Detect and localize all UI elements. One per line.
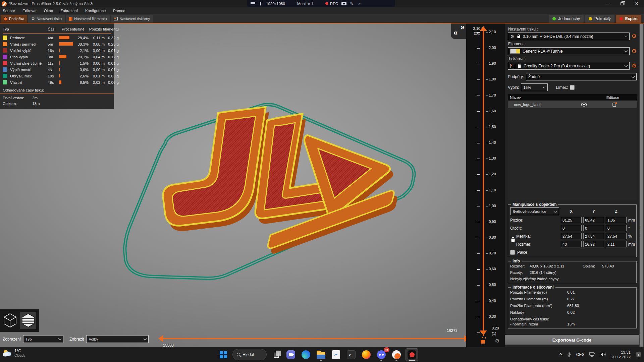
recorder-monitor[interactable]: Monitor 1: [297, 2, 313, 6]
x-value-field[interactable]: 40: [561, 241, 582, 247]
slider-left-handle[interactable]: [158, 335, 163, 342]
task-view-button[interactable]: [270, 349, 282, 361]
infill-select[interactable]: 15%: [521, 83, 548, 91]
x-value-field[interactable]: 27,54: [561, 233, 582, 239]
feature-bar: [59, 42, 73, 46]
menu-item[interactable]: Soubor: [3, 9, 15, 13]
y-value-field[interactable]: 16,92: [583, 241, 604, 247]
layer-slider-track[interactable]: [483, 30, 484, 336]
eye-icon[interactable]: [581, 103, 587, 107]
right-panel-scrollbar[interactable]: [639, 23, 644, 347]
menu-icon[interactable]: [251, 2, 255, 5]
edit-object-icon[interactable]: [612, 102, 617, 107]
terminal-icon[interactable]: >_: [345, 349, 357, 361]
tab[interactable]: Podložka: [1, 15, 27, 23]
search-box[interactable]: Hledat: [232, 349, 267, 360]
edit-filament-gear-icon[interactable]: ⚙: [632, 48, 637, 54]
scale-lock-icon[interactable]: [511, 237, 515, 242]
legend-row[interactable]: Výplň mostů 4s 0,6% 0,00 m 0,01 g: [3, 66, 111, 73]
legend-row[interactable]: Vlastní 49s 6,5% 0,02 m 0,06 g: [3, 79, 111, 85]
weather-widget[interactable]: 1°C Cloudy: [2, 349, 25, 357]
coordinate-system-select[interactable]: Světové souřadnice: [510, 207, 559, 215]
legend-row[interactable]: Perimetr 4m 28,4% 0,11 m 0,32 g: [3, 35, 111, 41]
firefox-icon[interactable]: [360, 349, 372, 361]
z-value-field[interactable]: 2,11: [606, 241, 627, 247]
slider-track[interactable]: [163, 338, 465, 339]
collapse-sidebar-button[interactable]: » «: [451, 23, 467, 39]
manipulation-title: Manipulace s objektem: [511, 202, 558, 207]
restore-button[interactable]: [614, 0, 629, 7]
manip-row-label: Měřítka:: [510, 234, 559, 239]
tab[interactable]: ⚙ Nastavení tisku: [28, 15, 65, 23]
minimize-button[interactable]: —: [600, 0, 614, 7]
layers-view-thumbnail[interactable]: [20, 312, 36, 329]
tray-expand-icon[interactable]: ^: [559, 352, 562, 357]
screen-recorder-icon[interactable]: [406, 348, 418, 361]
tab[interactable]: Nastavení tiskárny: [111, 15, 153, 23]
mode-button[interactable]: Expert: [616, 15, 641, 23]
menu-item[interactable]: Editovat: [22, 9, 37, 13]
chat-app-icon[interactable]: [285, 349, 297, 361]
slider-settings-gear-icon[interactable]: ⚙: [495, 338, 499, 344]
legend-row[interactable]: Plná výplň 3m 20,1% 0,04 m 0,12 g: [3, 54, 111, 60]
legend-row[interactable]: Obrys/Límec 19s 2,6% 0,01 m 0,03 g: [3, 73, 111, 79]
show-options-select[interactable]: Volby: [86, 335, 149, 343]
z-value-field[interactable]: 0: [606, 225, 627, 231]
print-settings-select[interactable]: ⚙ 0.10 mm HIGHDETAIL (0.4 mm nozzle): [508, 33, 630, 40]
object-list-body[interactable]: [508, 108, 637, 200]
menu-item[interactable]: Okno: [44, 9, 53, 13]
export-gcode-button[interactable]: Exportovat G-code: [505, 335, 639, 345]
y-value-field[interactable]: 65,42: [583, 217, 604, 223]
supports-select[interactable]: Žádné: [526, 73, 637, 80]
layer-tick-label: 1,70: [486, 93, 496, 97]
edit-print-settings-gear-icon[interactable]: ⚙: [632, 34, 637, 39]
edge-browser-icon[interactable]: [300, 349, 312, 361]
y-value-field[interactable]: 27,54: [583, 233, 604, 239]
language-indicator[interactable]: CES: [576, 352, 585, 357]
mode-button[interactable]: Jednoduchý: [549, 15, 584, 23]
legend-row[interactable]: Vrchní plné výplně 11s 1,5% 0,00 m 0,01 …: [3, 60, 111, 66]
network-icon[interactable]: [589, 352, 595, 357]
file-explorer-icon[interactable]: [315, 349, 327, 361]
filament-select[interactable]: Generic PLA @Turthle: [508, 47, 630, 55]
volume-icon[interactable]: [600, 352, 606, 357]
unlock-icon[interactable]: [480, 337, 486, 344]
menu-item[interactable]: Pomoc: [113, 9, 125, 13]
slice-stat-label: Použito Filamentu (mm³): [510, 304, 567, 308]
inches-checkbox[interactable]: [510, 250, 515, 255]
clock-widget[interactable]: 13:31 20.12.2022: [611, 350, 631, 359]
3d-view-thumbnail[interactable]: [2, 312, 18, 329]
notification-badge[interactable]: 2: [636, 352, 641, 357]
tab-label: Nastavení filamentu: [74, 17, 107, 21]
menu-item[interactable]: Zobrazení: [60, 9, 78, 13]
mode-button[interactable]: Pokročilý: [585, 15, 614, 23]
discord-icon[interactable]: 9+: [375, 349, 387, 361]
printer-select[interactable]: Creality Ender-2 Pro (0.4 mm nozzle): [508, 62, 630, 70]
prusa-gcode-viewer-icon[interactable]: [390, 349, 402, 361]
legend-row[interactable]: Vnější perimetr 5m 38,3% 0,08 m 0,25 g: [3, 41, 111, 47]
x-value-field[interactable]: 81,25: [561, 217, 582, 223]
3d-viewport[interactable]: Typ Čas Procentuálně Použito filamentu P…: [0, 23, 466, 347]
start-button[interactable]: [217, 349, 229, 361]
menu-item[interactable]: Konfigurace: [85, 9, 106, 13]
pencil-icon[interactable]: ✎: [350, 1, 353, 6]
recorder-close-icon[interactable]: ×: [358, 1, 361, 6]
snipping-tool-icon[interactable]: ✂: [330, 349, 342, 361]
edit-printer-gear-icon[interactable]: ⚙: [632, 63, 637, 69]
z-value-field[interactable]: 27,54: [606, 233, 627, 239]
pin-icon[interactable]: [259, 1, 263, 6]
microphone-icon[interactable]: [567, 352, 571, 357]
tab-icon: ⚙: [31, 17, 35, 21]
brim-checkbox[interactable]: [570, 85, 575, 90]
z-value-field[interactable]: 1,05: [606, 217, 627, 223]
view-type-select[interactable]: Typ: [23, 335, 63, 343]
legend-row[interactable]: Vnitřní výplň 16s 2,1% 0,00 m 0,01 g: [3, 47, 111, 54]
layer-tick-label: 0,60: [486, 267, 496, 271]
x-value-field[interactable]: 0: [561, 225, 582, 231]
y-value-field[interactable]: 0: [583, 225, 604, 231]
close-button[interactable]: ×: [629, 0, 644, 7]
camera-icon[interactable]: [341, 2, 346, 5]
tab[interactable]: Nastavení filamentu: [66, 15, 110, 23]
object-row[interactable]: new_logo_jla.stl: [508, 101, 637, 108]
layer-slider-bottom-handle[interactable]: [480, 330, 487, 335]
